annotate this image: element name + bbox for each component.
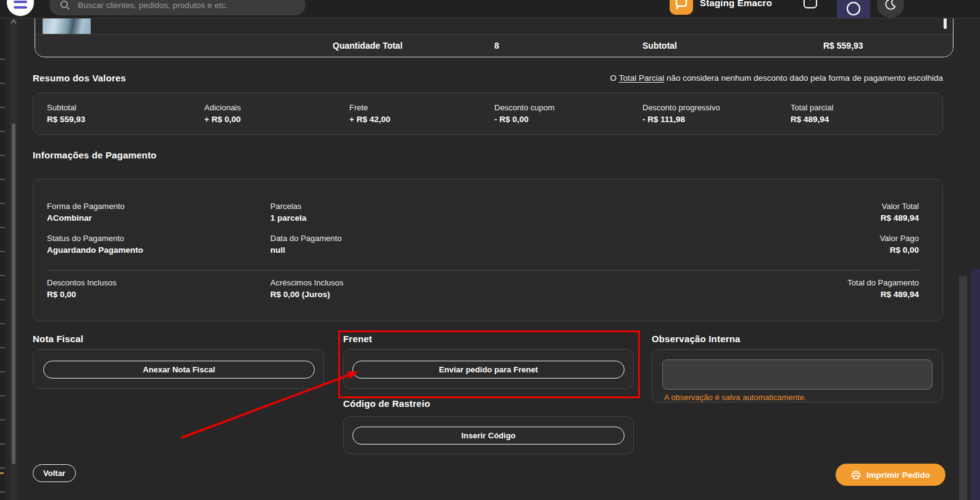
frenet-title: Frenet [343,334,372,344]
values-summary-card: SubtotalR$ 559,93 Adicionais+ R$ 0,00 Fr… [33,92,943,135]
payment-valor-pago-label: Valor Pago [880,234,919,243]
summary-desconto-cupom-value: - R$ 0,00 [494,115,555,124]
payment-data: Data do Pagamentonull [270,234,342,255]
payment-status-label: Status do Pagamento [47,234,143,243]
sidebar-tick-highlight [0,472,4,474]
summary-frete: Frete+ R$ 42,00 [349,103,390,124]
payment-card: Forma de PagamentoACombinar Parcelas1 pa… [33,179,943,321]
store-logo-icon [674,0,689,10]
note-prefix: O [610,73,619,83]
payment-parcelas-label: Parcelas [270,202,307,211]
summary-subtotal: SubtotalR$ 559,93 [47,103,85,124]
note-suffix: não considera nenhum desconto dado pela … [664,73,943,83]
payment-data-value: null [270,245,342,255]
imprimir-pedido-label: Imprimir Pedido [866,470,930,480]
top-bar: Staging Emacro [0,0,980,18]
payment-descontos: Descontos InclusosR$ 0,00 [47,278,117,299]
summary-desconto-progressivo-value: - R$ 111,98 [642,115,720,124]
right-scrollbar-track [959,276,967,500]
global-search [49,0,305,15]
payment-status: Status do PagamentoAguardando Pagamento [47,234,143,255]
payment-parcelas: Parcelas1 parcela [270,202,307,223]
scroll-up-icon[interactable] [10,18,17,25]
nota-fiscal-card: Anexar Nota Fiscal [33,349,324,389]
observacao-title: Observação Interna [652,334,741,344]
page-scrollbar[interactable] [10,16,17,500]
search-input[interactable] [49,0,305,15]
summary-adicionais-value: + R$ 0,00 [204,115,241,124]
summary-adicionais-label: Adicionais [204,103,241,112]
orders-bag-button[interactable] [802,0,819,10]
rastreio-card: Inserir Código [343,416,634,454]
payment-divider [47,270,919,271]
rastreio-title: Código de Rastreio [343,398,430,409]
printer-icon [851,470,861,480]
summary-total-parcial-label: Total parcial [791,103,833,112]
payment-section-title: Informações de Pagamento [33,150,157,160]
summary-desconto-cupom: Desconto cupom- R$ 0,00 [494,103,555,124]
theme-toggle-button[interactable] [877,0,904,18]
summary-desconto-cupom-label: Desconto cupom [494,103,555,112]
payment-acrescimos: Acréscimos InclusosR$ 0,00 (Juros) [270,278,343,299]
payment-parcelas-value: 1 parcela [270,213,307,223]
page-scrollbar-thumb[interactable] [12,123,15,464]
search-icon [59,0,70,10]
payment-valor-total-label: Valor Total [881,202,919,211]
product-image [43,18,91,35]
summary-total-parcial: Total parcialR$ 489,94 [791,103,833,124]
summary-frete-value: + R$ 42,00 [349,115,390,124]
summary-frete-label: Frete [349,103,390,112]
summary-adicionais: Adicionais+ R$ 0,00 [204,103,241,124]
table-scrollbar-thumb[interactable] [944,17,947,29]
payment-descontos-value: R$ 0,00 [47,290,117,299]
payment-forma-value: ACombinar [47,213,125,223]
summary-desconto-progressivo: Desconto progressivo- R$ 111,98 [642,103,720,124]
summary-subtotal-label: Subtotal [47,103,85,112]
profile-button[interactable] [837,0,870,18]
frenet-card: Enviar pedido para Frenet [343,349,634,389]
user-icon [837,0,870,18]
observacao-helper-text: A observação é salva automaticamente. [664,393,807,402]
summary-subtotal-value: R$ 559,93 [47,115,85,124]
imprimir-pedido-button[interactable]: Imprimir Pedido [836,464,945,486]
payment-total-value: R$ 489,94 [847,290,919,299]
hamburger-menu-button[interactable] [7,0,34,16]
account-name: Staging Emacro [700,0,772,8]
values-summary-title: Resumo dos Valores [33,73,126,83]
items-subtotal-value: R$ 559,93 [823,35,863,57]
partial-total-note: O Total Parcial não considera nenhum des… [610,73,943,83]
payment-data-label: Data do Pagamento [270,234,342,243]
enviar-pedido-frenet-button[interactable]: Enviar pedido para Frenet [352,361,625,379]
anexar-nota-fiscal-button[interactable]: Anexar Nota Fiscal [43,361,315,379]
items-subtotal-label: Subtotal [642,35,677,57]
payment-valor-pago-value: R$ 0,00 [880,245,919,255]
payment-acrescimos-value: R$ 0,00 (Juros) [270,290,343,299]
order-items-totals-row: Quantidade Total 8 Subtotal R$ 559,93 [35,34,953,57]
nota-fiscal-title: Nota Fiscal [33,334,83,344]
payment-forma: Forma de PagamentoACombinar [47,202,125,223]
observacao-card: A observação é salva automaticamente. [652,349,943,403]
payment-acrescimos-label: Acréscimos Inclusos [270,278,343,287]
summary-total-parcial-value: R$ 489,94 [791,115,833,124]
payment-status-value: Aguardando Pagamento [47,245,143,255]
store-logo-button[interactable] [670,0,693,15]
voltar-button[interactable]: Voltar [33,464,76,482]
payment-total-label: Total do Pagamento [847,278,919,287]
payment-valor-total-value: R$ 489,94 [881,213,919,223]
hamburger-icon [14,1,27,3]
right-scrollbar-thumb[interactable] [971,269,980,500]
moon-icon [884,0,897,10]
quantity-total-value: 8 [494,35,499,57]
order-detail-page: Quantidade Total 8 Subtotal R$ 559,93 Re… [0,0,980,500]
payment-valor-pago: Valor PagoR$ 0,00 [880,234,919,255]
payment-total: Total do PagamentoR$ 489,94 [847,278,919,299]
observacao-textarea[interactable] [662,359,932,390]
payment-valor-total: Valor TotalR$ 489,94 [881,202,919,223]
quantity-total-label: Quantidade Total [333,35,402,57]
inserir-codigo-button[interactable]: Inserir Código [352,427,625,445]
note-total-parcial-term: Total Parcial [619,73,665,83]
payment-forma-label: Forma de Pagamento [47,202,125,211]
summary-desconto-progressivo-label: Desconto progressivo [642,103,720,112]
payment-descontos-label: Descontos Inclusos [47,278,117,287]
collapsed-sidebar-rail [0,0,5,500]
